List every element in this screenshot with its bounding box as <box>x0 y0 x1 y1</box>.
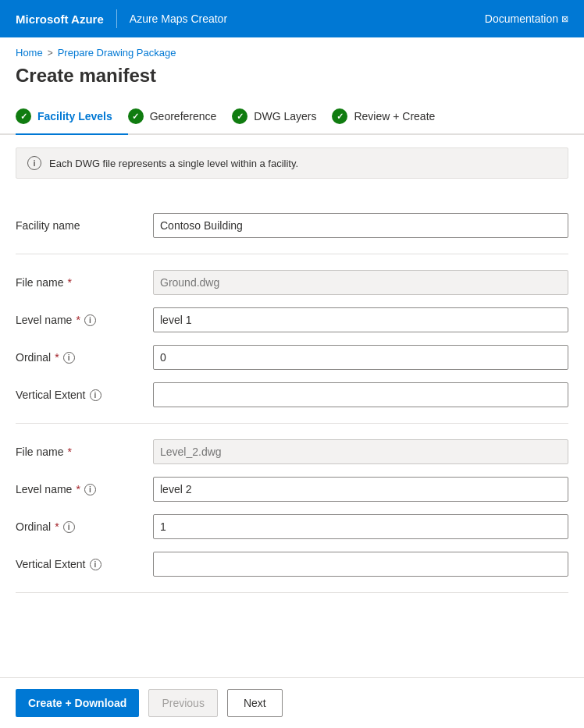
level1-ordinal-required: * <box>55 351 59 364</box>
level1-levelname-input[interactable] <box>153 307 568 332</box>
step-georeference[interactable]: ✓ Georeference <box>128 99 233 133</box>
facility-name-input[interactable] <box>153 213 568 238</box>
brand-name: Microsoft Azure <box>16 12 104 26</box>
level2-vertical-input[interactable] <box>153 552 568 577</box>
level2-levelname-info-icon[interactable]: i <box>84 484 96 495</box>
level2-filename-row: File name * <box>16 433 568 471</box>
level2-vertical-info-icon[interactable]: i <box>90 559 101 570</box>
level1-vertical-input[interactable] <box>153 382 568 407</box>
page-title: Create manifest <box>0 62 584 99</box>
level1-levelname-row: Level name * i <box>16 301 568 339</box>
level2-filename-input <box>153 439 568 464</box>
step-label-review-create: Review + Create <box>354 110 435 123</box>
create-download-button[interactable]: Create + Download <box>16 689 139 717</box>
level2-vertical-label: Vertical Extent i <box>16 558 141 570</box>
step-check-review-create: ✓ <box>332 108 347 124</box>
step-review-create[interactable]: ✓ Review + Create <box>332 99 450 133</box>
breadcrumb-separator: > <box>48 48 53 59</box>
facility-name-section: Facility name <box>16 197 568 254</box>
step-check-facility-levels: ✓ <box>16 108 31 124</box>
previous-button: Previous <box>148 689 217 717</box>
level1-ordinal-label: Ordinal * i <box>16 351 141 364</box>
level1-section: File name * Level name * i Ordinal * i <box>16 254 568 424</box>
level2-levelname-input[interactable] <box>153 477 568 502</box>
level2-section: File name * Level name * i Ordinal * i <box>16 424 568 593</box>
external-link-icon: ⊠ <box>561 14 568 24</box>
level1-ordinal-info-icon[interactable]: i <box>63 352 75 364</box>
level2-filename-label: File name * <box>16 446 141 458</box>
facility-name-row: Facility name <box>16 207 568 244</box>
step-dwg-layers[interactable]: ✓ DWG Layers <box>232 99 332 133</box>
step-facility-levels[interactable]: ✓ Facility Levels <box>16 99 128 135</box>
level2-levelname-label: Level name * i <box>16 483 141 495</box>
step-check-dwg-layers: ✓ <box>232 108 247 124</box>
step-label-dwg-layers: DWG Layers <box>254 110 316 123</box>
info-banner-text: Each DWG file represents a single level … <box>49 158 298 169</box>
level2-ordinal-info-icon[interactable]: i <box>63 521 75 533</box>
breadcrumb-current: Prepare Drawing Package <box>58 47 176 59</box>
level2-ordinal-row: Ordinal * i <box>16 508 568 545</box>
level1-filename-required: * <box>67 276 71 289</box>
step-check-georeference: ✓ <box>128 108 144 124</box>
documentation-link[interactable]: Documentation ⊠ <box>485 12 568 25</box>
level2-ordinal-required: * <box>55 520 59 533</box>
breadcrumb: Home > Prepare Drawing Package <box>0 37 584 62</box>
level2-filename-required: * <box>67 446 71 458</box>
level2-ordinal-label: Ordinal * i <box>16 520 141 533</box>
breadcrumb-home[interactable]: Home <box>16 47 43 59</box>
level1-vertical-info-icon[interactable]: i <box>90 389 101 401</box>
level1-ordinal-input[interactable] <box>153 345 568 370</box>
facility-name-label: Facility name <box>16 219 141 232</box>
step-label-facility-levels: Facility Levels <box>37 110 112 123</box>
level2-ordinal-input[interactable] <box>153 514 568 539</box>
level1-vertical-row: Vertical Extent i <box>16 376 568 414</box>
info-icon: i <box>27 156 41 170</box>
level2-vertical-row: Vertical Extent i <box>16 545 568 583</box>
level1-filename-input <box>153 270 568 295</box>
level1-levelname-info-icon[interactable]: i <box>84 314 96 326</box>
top-navigation: Microsoft Azure Azure Maps Creator Docum… <box>0 0 584 37</box>
level1-levelname-label: Level name * i <box>16 314 141 326</box>
next-button[interactable]: Next <box>227 689 283 717</box>
info-banner: i Each DWG file represents a single leve… <box>16 147 568 179</box>
nav-divider <box>116 9 117 28</box>
stepper: ✓ Facility Levels ✓ Georeference ✓ DWG L… <box>0 99 584 135</box>
level1-ordinal-row: Ordinal * i <box>16 339 568 376</box>
level1-vertical-label: Vertical Extent i <box>16 389 141 401</box>
form-area: Facility name File name * Level name * i <box>0 191 584 599</box>
level1-filename-label: File name * <box>16 276 141 289</box>
footer: Create + Download Previous Next <box>0 677 584 728</box>
step-label-georeference: Georeference <box>150 110 217 123</box>
level1-filename-row: File name * <box>16 264 568 301</box>
product-name: Azure Maps Creator <box>130 12 227 25</box>
level2-levelname-row: Level name * i <box>16 471 568 508</box>
level1-levelname-required: * <box>76 314 80 326</box>
level2-levelname-required: * <box>76 483 80 495</box>
